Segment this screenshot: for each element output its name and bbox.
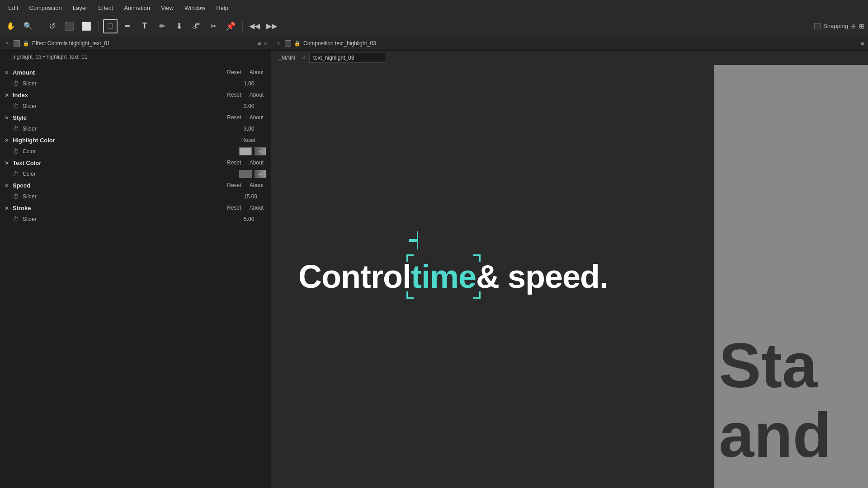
- comp-nav-chevron[interactable]: <: [302, 55, 306, 61]
- amount-enable-checkbox[interactable]: ✕: [5, 70, 10, 75]
- composition-tab-bar: × 🔒 Composition text_highlight_03 ≡: [271, 36, 868, 51]
- menu-composition[interactable]: Composition: [24, 3, 66, 13]
- rectangle-tool-button[interactable]: □: [103, 19, 118, 33]
- highlight-color-reset-button[interactable]: Reset: [239, 136, 258, 144]
- right-panel: × 🔒 Composition text_highlight_03 ≡ _MAI…: [271, 36, 868, 488]
- panel-menu-icon[interactable]: ≡: [257, 40, 261, 47]
- style-reset-button[interactable]: Reset: [224, 114, 244, 121]
- breadcrumb: _ _highlight_03 • highlight_text_01: [0, 51, 271, 63]
- comp-menu-icon[interactable]: ≡: [861, 40, 864, 47]
- style-slider-icon: ⏱: [13, 125, 20, 132]
- snapping-checkbox[interactable]: [814, 23, 821, 29]
- speed-header[interactable]: ✕ Speed Reset About: [0, 180, 271, 191]
- amount-slider-value[interactable]: 1.00: [244, 80, 266, 87]
- index-slider-value[interactable]: 2.00: [244, 103, 266, 109]
- stroke-about-button[interactable]: About: [247, 204, 266, 211]
- speed-section: ✕ Speed Reset About ⏱ Slider 15.00: [0, 180, 271, 202]
- speed-slider-value[interactable]: 15.00: [244, 193, 266, 200]
- speed-reset-button[interactable]: Reset: [224, 182, 244, 189]
- index-slider-row: ⏱ Slider 2.00: [0, 100, 271, 112]
- style-slider-value[interactable]: 3.00: [244, 126, 266, 132]
- hand-tool-button[interactable]: ✋: [4, 19, 18, 33]
- amount-reset-button[interactable]: Reset: [224, 69, 244, 76]
- highlight-color-header[interactable]: ✕ Highlight Color Reset: [0, 135, 271, 145]
- composition-canvas: Sta and Control time: [271, 65, 868, 488]
- text-color-icon: ⏱: [13, 170, 20, 178]
- left-panel: × 🔒 Effect Controls highlight_text_01 ≡ …: [0, 36, 271, 488]
- text-tool-button[interactable]: T: [137, 19, 152, 33]
- undo-button[interactable]: ↺: [45, 19, 59, 33]
- highlight-color-enable-checkbox[interactable]: ✕: [5, 137, 10, 143]
- style-slider-label: Slider: [23, 126, 241, 132]
- main-layout: × 🔒 Effect Controls highlight_text_01 ≡ …: [0, 36, 868, 488]
- index-slider-label: Slider: [23, 103, 241, 109]
- comp-close-button[interactable]: ×: [275, 40, 282, 47]
- menu-bar: Edit Composition Layer Effect Animation …: [0, 0, 868, 16]
- speed-about-button[interactable]: About: [247, 182, 266, 189]
- bracket-outer-tr-icon: [409, 240, 418, 249]
- text-color-about-button[interactable]: About: [247, 159, 266, 166]
- pin-tool-button[interactable]: 📌: [223, 19, 238, 33]
- comp-name-field[interactable]: [309, 53, 385, 63]
- bracket-bl-icon: [406, 291, 414, 299]
- pen-tool-button[interactable]: ✒: [120, 19, 135, 33]
- text-color-header[interactable]: ✕ Text Color Reset About: [0, 157, 271, 168]
- menu-window[interactable]: Window: [180, 3, 210, 13]
- fit-icon[interactable]: ⊞: [859, 23, 864, 30]
- text-color-label: Text Color: [13, 160, 222, 166]
- highlight-color-section: ✕ Highlight Color Reset ⏱ Color ⇒: [0, 135, 271, 157]
- speed-slider-icon: ⏱: [13, 193, 20, 200]
- amount-header[interactable]: ✕ Amount Reset About: [0, 67, 271, 78]
- paint-tool-button[interactable]: ✏: [155, 19, 169, 33]
- magnet-icon: ⊕: [851, 23, 856, 30]
- menu-view[interactable]: View: [156, 3, 178, 13]
- panel-close-button[interactable]: ×: [4, 40, 11, 47]
- text-color-reset-button[interactable]: Reset: [224, 159, 244, 166]
- effect-controls-tab-bar: × 🔒 Effect Controls highlight_text_01 ≡ …: [0, 36, 271, 51]
- index-about-button[interactable]: About: [247, 91, 266, 99]
- scissors-tool-button[interactable]: ✂: [206, 19, 221, 33]
- highlight-color-swatch[interactable]: [239, 147, 252, 155]
- puppet-tool-button[interactable]: 🖇: [189, 19, 203, 33]
- highlight-color-row: ⏱ Color ⇒: [0, 145, 271, 157]
- stroke-header[interactable]: ✕ Stroke Reset About: [0, 202, 271, 213]
- style-enable-checkbox[interactable]: ✕: [5, 115, 10, 120]
- highlight-color-gradient-button[interactable]: ⇒: [255, 147, 266, 155]
- stroke-reset-button[interactable]: Reset: [224, 204, 244, 211]
- menu-layer[interactable]: Layer: [68, 3, 92, 13]
- prev-frame-button[interactable]: ◀◀: [247, 19, 262, 33]
- comp-panel-title: Composition text_highlight_03: [303, 40, 858, 47]
- speed-slider-label: Slider: [23, 193, 241, 200]
- amount-about-button[interactable]: About: [247, 69, 266, 76]
- camera-tool-button[interactable]: ⬛: [62, 19, 76, 33]
- style-about-button[interactable]: About: [247, 114, 266, 121]
- menu-effect[interactable]: Effect: [94, 3, 118, 13]
- stroke-slider-value[interactable]: 5.00: [244, 216, 266, 222]
- menu-help[interactable]: Help: [212, 3, 233, 13]
- index-header[interactable]: ✕ Index Reset About: [0, 89, 271, 100]
- stamp-tool-button[interactable]: ⬇: [172, 19, 186, 33]
- zoom-tool-button[interactable]: 🔍: [21, 19, 35, 33]
- index-reset-button[interactable]: Reset: [224, 91, 244, 99]
- next-frame-button[interactable]: ▶▶: [264, 19, 279, 33]
- panel-expand-icon[interactable]: »: [264, 40, 267, 47]
- breadcrumb-underscore: _: [5, 54, 8, 60]
- index-enable-checkbox[interactable]: ✕: [5, 92, 10, 98]
- stroke-label: Stroke: [13, 205, 222, 211]
- text-color-enable-checkbox[interactable]: ✕: [5, 160, 10, 165]
- text-color-swatch[interactable]: [239, 170, 252, 178]
- menu-edit[interactable]: Edit: [4, 3, 23, 13]
- menu-animation[interactable]: Animation: [119, 3, 155, 13]
- amount-slider-row: ⏱ Slider 1.00: [0, 78, 271, 89]
- composition-nav: _MAIN <: [271, 51, 868, 65]
- amount-label: Amount: [13, 69, 222, 76]
- comp-nav-main[interactable]: _MAIN: [275, 54, 299, 62]
- speed-enable-checkbox[interactable]: ✕: [5, 183, 10, 188]
- select-tool-button[interactable]: ⬜: [79, 19, 94, 33]
- index-section: ✕ Index Reset About ⏱ Slider 2.00: [0, 89, 271, 112]
- stroke-enable-checkbox[interactable]: ✕: [5, 205, 10, 211]
- effect-controls-panel: ✕ Amount Reset About ⏱ Slider 1.00 ✕ Ind…: [0, 63, 271, 488]
- text-color-gradient-button[interactable]: ⇒: [255, 170, 266, 178]
- toolbar-separator-1: [40, 21, 40, 32]
- style-header[interactable]: ✕ Style Reset About: [0, 112, 271, 123]
